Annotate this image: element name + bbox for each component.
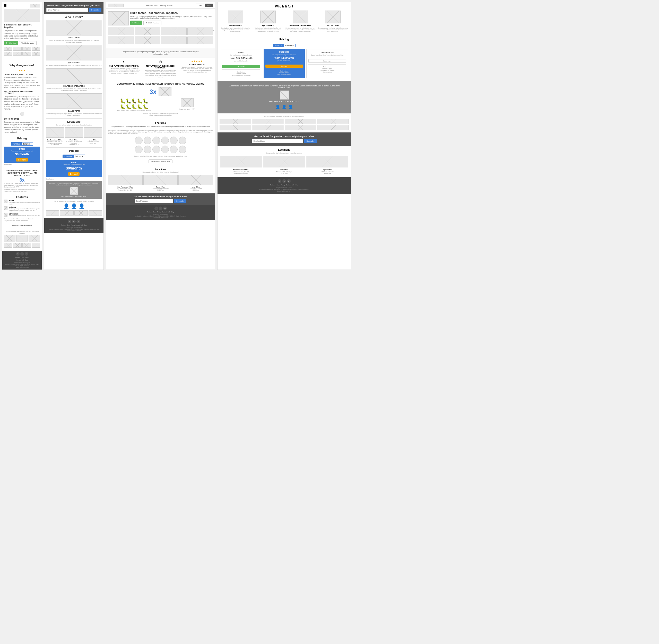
col4-dev-body: Develop better quality apps using tools … — [220, 27, 251, 32]
col1-features-btn[interactable]: Check out our features page — [4, 224, 40, 227]
col2-email-input[interactable] — [46, 8, 88, 12]
col3-features-note: These are just a few of the many feature… — [108, 155, 213, 157]
col3-twitter-icon[interactable]: t — [154, 207, 158, 210]
col3-features-btn[interactable]: Check out our features page — [149, 159, 173, 163]
person3-icon: 👤 — [79, 203, 85, 209]
col3-speed-text2: Avoid 10 bugs/ month (on average) and sa… — [108, 110, 160, 111]
col1-toggle-enterprise[interactable]: Enterprise — [22, 142, 33, 145]
col3-subscribe-btn[interactable]: Subscribe — [174, 199, 186, 203]
col2-footer-made: Created with love in Paris — [46, 230, 102, 232]
col2-subscribe-btn[interactable]: Subscribe — [89, 8, 102, 12]
footer-contact[interactable]: Contact — [17, 259, 21, 261]
hamburger-icon[interactable]: ☰ — [4, 4, 7, 7]
col1-speed5: y% less overtime worked by developers* — [4, 190, 40, 192]
col3-footer-features[interactable]: Features — [147, 211, 152, 213]
col4-who-title: Who is it for? — [220, 5, 348, 8]
col2-qa-body: Test faster and better with automated te… — [46, 65, 102, 66]
col2-footer-pricing[interactable]: Pricing — [71, 224, 75, 226]
col4-sales-body: Showcase an app on a laptop, project the… — [317, 27, 348, 32]
col4-footer-blog[interactable]: Blog — [295, 184, 298, 186]
col2-footer-contact[interactable]: Contact — [75, 224, 80, 226]
col3-login-btn[interactable]: Login — [196, 4, 204, 7]
col3-s3-body: Bugs are more and more expensive to fix … — [181, 66, 213, 73]
col3-footer-pricing[interactable]: Pricing — [157, 211, 161, 213]
col1-description: Genymotion is the world's leading Androi… — [4, 29, 40, 40]
col4-sf-addr: 641 Jefferson Ave., Ste. 100Redwood City… — [220, 171, 262, 175]
col3-watch-btn[interactable]: ▶ Watch the video — [144, 21, 161, 25]
col4-pricing-title: Pricing — [220, 38, 348, 41]
col2-linkedin-icon[interactable]: in — [76, 220, 80, 223]
col3-s2-body: Genymotion integrates with your continuo… — [145, 69, 176, 78]
col4-footer-docs[interactable]: Docs — [277, 184, 279, 186]
footer-faq[interactable]: FAQ — [22, 259, 24, 261]
col1-community: Join our community of 4.5 million active… — [4, 231, 40, 234]
col4-qa-title: QA TESTERS — [252, 25, 283, 26]
footer-docs[interactable]: Docs — [21, 257, 24, 258]
col1-s3-title: SAY NO TO BUGS — [4, 118, 40, 120]
col3-nav-contact[interactable]: Contact — [167, 5, 173, 6]
col1-speed2: Avoid 10 bugs/month (on average) and sav… — [4, 184, 40, 186]
col3-nav-docs[interactable]: Docs — [154, 5, 158, 6]
col4-indie-btn[interactable]: Get Started — [222, 65, 260, 68]
col1-f3-title: Screencast — [9, 213, 40, 215]
footer-features[interactable]: Features — [15, 257, 20, 258]
col3-gitin-btn[interactable]: Git In — [205, 4, 213, 7]
col4-linkedin-icon[interactable]: in — [287, 179, 291, 183]
col4-ent-btn[interactable]: Learn more — [308, 59, 346, 63]
col4-newsletter-title: Get the latest Genymotion news straight … — [220, 135, 348, 138]
col2-footer-docs[interactable]: Docs — [67, 224, 70, 226]
col3-gplus-icon[interactable]: g — [159, 207, 162, 210]
col1-watch-btn[interactable]: Watch the video — [19, 41, 37, 45]
column-4: Who is it for? DEVELOPERS Develop better… — [217, 2, 351, 270]
col4-indie-price: from $12.00/month — [222, 57, 260, 60]
col2-toggle-enterprise[interactable]: Enterprise — [74, 155, 85, 158]
col3-footer-docs[interactable]: Docs — [153, 211, 156, 213]
col4-footer-faq[interactable]: FAQ — [292, 184, 294, 186]
col4-footer-contact[interactable]: Contact — [286, 184, 290, 186]
col2-footer-blog[interactable]: Blog — [84, 224, 87, 226]
col1-s2-title: TEST WITH YOUR EYES CLOSED. LITERALLY. — [4, 91, 40, 94]
col2-sales-title: SALES TEAM — [46, 110, 102, 112]
col3-bug-icons: 🐛🐛🐛🐛🐛🐛🐛🐛🐛🐛 — [108, 98, 160, 110]
col4-gplus-icon[interactable]: g — [282, 179, 286, 183]
col4-indie-note: per user billed annually — [222, 60, 260, 62]
col4-person2: 👤 — [282, 105, 287, 109]
col4-toggle-enterprise[interactable]: Enterprise — [284, 44, 295, 47]
col1-buy-btn[interactable]: Buy now! — [16, 158, 28, 162]
col4-footer-pricing[interactable]: Pricing — [281, 184, 285, 186]
col3-footer-contact[interactable]: Contact — [162, 211, 167, 213]
slider-next-arrow[interactable]: › — [213, 28, 214, 32]
col2-toggle-individual[interactable]: Individual — [63, 155, 74, 158]
col4-footer-features[interactable]: Features — [270, 184, 276, 186]
footer-pricing[interactable]: Pricing — [25, 257, 28, 258]
col3-nav-features[interactable]: Features — [146, 5, 153, 6]
linkedin-icon[interactable]: in — [25, 252, 28, 256]
col4-subscribe-btn[interactable]: Subscribe — [304, 139, 316, 143]
google-plus-icon[interactable]: g — [20, 252, 24, 256]
col1-free-desc: For personal, non-commercial use only — [5, 150, 39, 152]
col4-indie-title: INDIE — [222, 51, 260, 53]
col3-footer-blog[interactable]: Blog — [171, 211, 174, 213]
col2-twitter-icon[interactable]: t — [68, 220, 71, 223]
col3-features-title: Features — [108, 122, 213, 124]
col4-biz-btn[interactable]: Buy now! — [265, 65, 303, 68]
col2-footer-faq[interactable]: FAQ — [81, 224, 83, 226]
col3-footer-faq[interactable]: FAQ — [168, 211, 170, 213]
col1-try-btn[interactable]: Try it for free — [4, 41, 18, 45]
col4-toggle-individual[interactable]: Individual — [273, 44, 284, 47]
col1-toggle-individual[interactable]: Individual — [11, 142, 22, 145]
footer-blog[interactable]: Blog — [25, 259, 27, 261]
col4-twitter-icon[interactable]: t — [278, 179, 281, 183]
col3-email-input[interactable] — [135, 199, 173, 203]
col4-email-input[interactable] — [252, 139, 303, 143]
col2-buy-btn[interactable]: Buy now! — [68, 172, 80, 176]
col3-started-btn[interactable]: Get Started — [130, 21, 142, 25]
col1-free-label: FREE — [5, 148, 39, 150]
col2-sales-body: Showcase an app on a laptop, project the… — [46, 113, 102, 116]
col3-linkedin-icon[interactable]: in — [163, 207, 167, 210]
col3-speed-heading: GENYMOTION IS THREE TIMES QUICKER TO BOO… — [108, 83, 213, 85]
col3-nav-pricing[interactable]: Pricing — [160, 5, 166, 6]
twitter-icon[interactable]: t — [16, 252, 20, 256]
col2-footer-features[interactable]: Features — [61, 224, 66, 226]
col2-gplus-icon[interactable]: g — [72, 220, 76, 223]
